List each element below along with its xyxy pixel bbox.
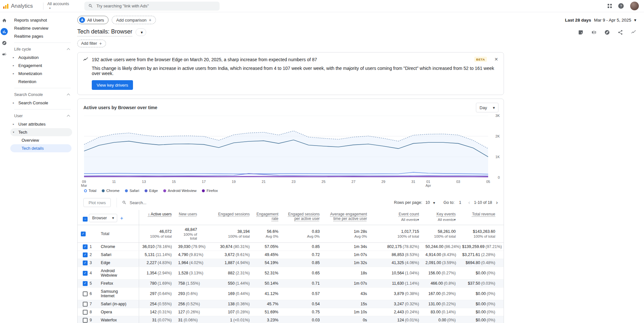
table-search[interactable] (122, 200, 394, 205)
nav-advertising-button[interactable] (1, 51, 8, 58)
date-range-picker[interactable]: Last 28 days Mar 9 - Apr 5, 2025 (565, 17, 636, 23)
apps-grid-icon[interactable] (608, 4, 612, 8)
sidebar-item-tech[interactable]: Tech (10, 128, 72, 136)
nav-explore-button[interactable] (1, 39, 8, 46)
data-quality-pill[interactable] (136, 28, 146, 36)
granularity-select[interactable]: Day (476, 103, 498, 112)
all-users-comparison-chip[interactable]: A All Users (77, 16, 109, 24)
metric-value: 550 (228, 281, 235, 286)
legend-item-chrome[interactable]: Chrome (102, 189, 119, 193)
next-page-icon[interactable] (495, 199, 498, 206)
column-header-engaged-sessions[interactable]: Engaged sessions (200, 210, 253, 225)
previous-page-icon[interactable] (468, 199, 471, 206)
sidebar-item-engagement[interactable]: Engagement (8, 62, 75, 70)
metric-percent: (4.06%) (405, 261, 419, 265)
row-checkbox[interactable] (83, 281, 88, 286)
insights-button[interactable] (631, 30, 636, 35)
sidebar-section-search-console[interactable]: Search Console (8, 90, 75, 99)
sidebar-item-reports-snapshot[interactable]: Reports snapshot (8, 16, 75, 24)
row-number: 3 (89, 259, 98, 267)
share-button[interactable] (618, 30, 623, 35)
totals-sublabel: 100% of total (204, 234, 250, 238)
column-header-new-users[interactable]: New users (175, 210, 200, 225)
legend-item-total[interactable]: Total (84, 189, 96, 193)
sidebar-item-retention[interactable]: Retention (8, 78, 75, 86)
metric-cell: 39,030(79.9%) (175, 243, 200, 251)
insight-spark-icon (83, 57, 89, 62)
metric-value: 169 (228, 291, 235, 296)
user-avatar[interactable] (630, 2, 639, 10)
account-switcher[interactable]: All accounts (47, 2, 69, 10)
legend-item-edge[interactable]: Edge (145, 189, 158, 193)
sidebar-item-monetization[interactable]: Monetization (8, 70, 75, 78)
table-search-input[interactable] (129, 200, 200, 205)
metric-cell: 51.69% (253, 308, 281, 316)
line-chart[interactable]: 01K2K3K (84, 116, 488, 177)
plot-rows-button[interactable]: Plot rows (83, 198, 111, 207)
row-checkbox[interactable] (83, 271, 88, 276)
chevron-down-icon (49, 6, 51, 10)
sidebar-item-acquisition[interactable]: Acquisition (8, 53, 75, 62)
legend-item-firefox[interactable]: Firefox (202, 189, 218, 193)
sidebar-item-realtime-overview[interactable]: Realtime overview (8, 24, 75, 32)
subfilter-label: All events (401, 218, 417, 222)
edit-comparisons-button[interactable] (591, 30, 597, 35)
sidebar-section-life-cycle[interactable]: Life cycle (8, 45, 75, 53)
x-axis-tick: 23 (292, 180, 296, 184)
sidebar-item-search-console[interactable]: Search Console (8, 99, 75, 107)
global-search[interactable] (84, 2, 220, 11)
add-column-icon[interactable] (120, 215, 123, 221)
row-checkbox[interactable] (83, 291, 88, 296)
dimension-select[interactable]: Browser (89, 214, 117, 222)
column-header-engaged-sessions-per-active-user[interactable]: Engaged sessions per active user (282, 210, 323, 225)
totals-checkbox[interactable] (81, 232, 86, 236)
column-header-key-events[interactable]: Key eventsAll events (422, 210, 459, 225)
sidebar-item-tech-details[interactable]: Tech details (10, 144, 71, 152)
help-icon[interactable] (618, 3, 624, 9)
add-filter-chip[interactable]: Add filter (77, 40, 106, 47)
close-icon[interactable] (494, 57, 498, 62)
row-checkbox[interactable] (83, 252, 88, 257)
browser-name: Safari (98, 251, 139, 259)
column-subfilter[interactable]: All events (425, 217, 456, 222)
legend-item-android-webview[interactable]: Android Webview (163, 189, 196, 193)
row-checkbox[interactable] (83, 318, 88, 323)
row-checkbox[interactable] (83, 302, 88, 307)
sidebar-item-overview[interactable]: Overview (8, 136, 75, 144)
metric-percent: (0.38%) (405, 291, 419, 296)
nav-reports-button[interactable] (1, 28, 8, 35)
sidebar-item-realtime-pages[interactable]: Realtime pages (8, 32, 75, 40)
metric-cell: 50.14% (253, 280, 281, 288)
column-header-engagement-rate[interactable]: Engagement rate (253, 210, 281, 225)
explore-report-button[interactable] (604, 30, 610, 35)
row-checkbox[interactable] (83, 244, 88, 249)
rows-per-page-select[interactable]: Rows per page: 10 (394, 200, 435, 205)
metric-cell: 297(0.64%) (139, 288, 175, 300)
go-to-input[interactable]: 1 (459, 200, 461, 205)
select-all-checkbox[interactable] (83, 217, 88, 222)
column-header-total-revenue[interactable]: Total revenue (459, 210, 504, 225)
column-header-event-count[interactable]: Event countAll events (370, 210, 422, 225)
column-subfilter[interactable]: All events (374, 217, 419, 222)
legend-item-safari[interactable]: Safari (125, 189, 139, 193)
metric-value: 18s (361, 271, 367, 275)
column-header-active-users[interactable]: Active users (139, 210, 175, 225)
metric-value: 36,010 (142, 244, 155, 249)
sidebar-item-user-attributes[interactable]: User attributes (8, 120, 75, 128)
row-checkbox[interactable] (83, 310, 88, 315)
nav-home-button[interactable] (1, 17, 8, 24)
analytics-brand[interactable]: Analytics (3, 3, 39, 9)
metric-value: 11,630 (392, 281, 404, 286)
column-label-text: Total revenue (472, 212, 495, 216)
view-key-drivers-button[interactable]: View key drivers (92, 80, 133, 90)
browser-name: Android Webview (98, 267, 139, 280)
add-comparison-chip[interactable]: Add comparison (112, 16, 156, 24)
row-number: 1 (89, 243, 98, 251)
comparison-a-icon: A (79, 17, 85, 23)
column-header-average-engagement-time-per-active-user[interactable]: Average engagement time per active user (323, 210, 370, 225)
global-search-input[interactable] (96, 4, 216, 8)
sidebar-section-user[interactable]: User (8, 112, 75, 120)
row-checkbox[interactable] (83, 261, 88, 265)
tick-label: 03 (456, 180, 460, 184)
annotations-button[interactable] (578, 30, 583, 35)
